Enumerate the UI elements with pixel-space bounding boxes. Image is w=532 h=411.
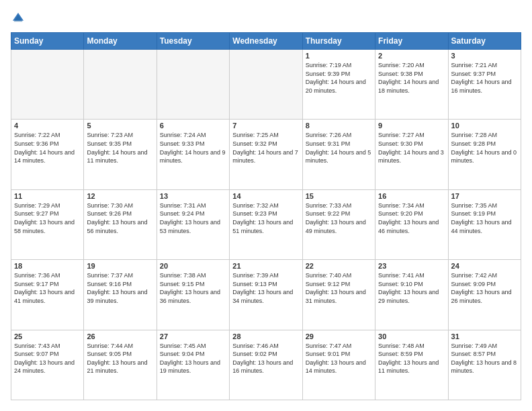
calendar-cell: 27Sunrise: 7:45 AM Sunset: 9:04 PM Dayli… [157,330,229,400]
day-number: 3 [451,52,518,60]
day-number: 31 [451,332,518,340]
calendar-cell: 8Sunrise: 7:26 AM Sunset: 9:31 PM Daylig… [302,120,375,189]
calendar-cell: 30Sunrise: 7:48 AM Sunset: 8:59 PM Dayli… [375,330,448,400]
day-number: 18 [14,262,81,270]
calendar-cell: 9Sunrise: 7:27 AM Sunset: 9:30 PM Daylig… [375,120,448,189]
calendar-cell: 16Sunrise: 7:34 AM Sunset: 9:20 PM Dayli… [375,189,448,259]
calendar-cell: 6Sunrise: 7:24 AM Sunset: 9:33 PM Daylig… [157,120,229,189]
calendar-header-tuesday: Tuesday [157,33,229,50]
day-info: Sunrise: 7:49 AM Sunset: 8:57 PM Dayligh… [451,342,518,375]
day-number: 29 [306,332,372,340]
calendar-cell: 22Sunrise: 7:40 AM Sunset: 9:12 PM Dayli… [302,260,375,330]
day-info: Sunrise: 7:22 AM Sunset: 9:36 PM Dayligh… [14,131,81,165]
day-number: 9 [378,122,445,130]
day-info: Sunrise: 7:29 AM Sunset: 9:27 PM Dayligh… [14,201,81,235]
day-info: Sunrise: 7:33 AM Sunset: 9:22 PM Dayligh… [306,201,372,235]
day-info: Sunrise: 7:25 AM Sunset: 9:32 PM Dayligh… [232,131,299,165]
calendar-header-wednesday: Wednesday [230,33,302,50]
day-number: 15 [306,192,372,200]
calendar-cell: 4Sunrise: 7:22 AM Sunset: 9:36 PM Daylig… [11,120,84,189]
calendar-cell: 19Sunrise: 7:37 AM Sunset: 9:16 PM Dayli… [84,260,157,330]
calendar-cell: 18Sunrise: 7:36 AM Sunset: 9:17 PM Dayli… [11,260,84,330]
day-info: Sunrise: 7:28 AM Sunset: 9:28 PM Dayligh… [451,131,518,165]
day-number: 19 [87,262,153,270]
day-number: 26 [87,332,153,340]
day-number: 7 [232,122,299,130]
day-info: Sunrise: 7:31 AM Sunset: 9:24 PM Dayligh… [160,201,226,235]
day-number: 27 [160,332,226,340]
day-info: Sunrise: 7:26 AM Sunset: 9:31 PM Dayligh… [306,131,372,165]
day-info: Sunrise: 7:21 AM Sunset: 9:37 PM Dayligh… [451,61,518,95]
day-info: Sunrise: 7:46 AM Sunset: 9:02 PM Dayligh… [232,342,299,375]
day-number: 6 [160,122,226,130]
calendar-cell: 3Sunrise: 7:21 AM Sunset: 9:37 PM Daylig… [448,50,521,120]
day-number: 14 [232,192,299,200]
calendar-header-thursday: Thursday [302,33,375,50]
day-info: Sunrise: 7:40 AM Sunset: 9:12 PM Dayligh… [306,271,372,305]
header [11,11,521,26]
calendar-header-sunday: Sunday [11,33,84,50]
day-info: Sunrise: 7:24 AM Sunset: 9:33 PM Dayligh… [160,131,226,165]
logo-icon [11,11,26,26]
calendar-cell [157,50,229,120]
calendar-cell: 25Sunrise: 7:43 AM Sunset: 9:07 PM Dayli… [11,330,84,400]
calendar-cell: 5Sunrise: 7:23 AM Sunset: 9:35 PM Daylig… [84,120,157,189]
calendar-cell: 23Sunrise: 7:41 AM Sunset: 9:10 PM Dayli… [375,260,448,330]
day-number: 16 [378,192,445,200]
calendar-cell: 14Sunrise: 7:32 AM Sunset: 9:23 PM Dayli… [230,189,302,259]
day-number: 28 [232,332,299,340]
day-info: Sunrise: 7:48 AM Sunset: 8:59 PM Dayligh… [378,342,445,375]
day-number: 24 [451,262,518,270]
day-number: 11 [14,192,81,200]
logo [11,11,28,26]
day-number: 10 [451,122,518,130]
day-number: 23 [378,262,445,270]
calendar-cell: 31Sunrise: 7:49 AM Sunset: 8:57 PM Dayli… [448,330,521,400]
day-info: Sunrise: 7:37 AM Sunset: 9:16 PM Dayligh… [87,271,153,305]
day-number: 22 [306,262,372,270]
day-number: 21 [232,262,299,270]
calendar-cell: 28Sunrise: 7:46 AM Sunset: 9:02 PM Dayli… [230,330,302,400]
calendar-week-row: 4Sunrise: 7:22 AM Sunset: 9:36 PM Daylig… [11,120,521,189]
calendar-cell [230,50,302,120]
day-info: Sunrise: 7:35 AM Sunset: 9:19 PM Dayligh… [451,201,518,235]
calendar-header-row: SundayMondayTuesdayWednesdayThursdayFrid… [11,33,521,50]
day-info: Sunrise: 7:19 AM Sunset: 9:39 PM Dayligh… [306,61,372,95]
calendar-cell: 1Sunrise: 7:19 AM Sunset: 9:39 PM Daylig… [302,50,375,120]
calendar-header-saturday: Saturday [448,33,521,50]
day-info: Sunrise: 7:27 AM Sunset: 9:30 PM Dayligh… [378,131,445,165]
calendar-cell: 11Sunrise: 7:29 AM Sunset: 9:27 PM Dayli… [11,189,84,259]
calendar-cell [84,50,157,120]
calendar-cell [11,50,84,120]
day-number: 12 [87,192,153,200]
calendar-week-row: 11Sunrise: 7:29 AM Sunset: 9:27 PM Dayli… [11,189,521,259]
day-info: Sunrise: 7:39 AM Sunset: 9:13 PM Dayligh… [232,271,299,305]
calendar-cell: 26Sunrise: 7:44 AM Sunset: 9:05 PM Dayli… [84,330,157,400]
day-info: Sunrise: 7:47 AM Sunset: 9:01 PM Dayligh… [306,342,372,375]
calendar-table: SundayMondayTuesdayWednesdayThursdayFrid… [11,32,521,400]
calendar-cell: 17Sunrise: 7:35 AM Sunset: 9:19 PM Dayli… [448,189,521,259]
day-info: Sunrise: 7:42 AM Sunset: 9:09 PM Dayligh… [451,271,518,305]
calendar-week-row: 18Sunrise: 7:36 AM Sunset: 9:17 PM Dayli… [11,260,521,330]
calendar-body: 1Sunrise: 7:19 AM Sunset: 9:39 PM Daylig… [11,50,521,400]
day-number: 4 [14,122,81,130]
calendar-cell: 13Sunrise: 7:31 AM Sunset: 9:24 PM Dayli… [157,189,229,259]
day-info: Sunrise: 7:34 AM Sunset: 9:20 PM Dayligh… [378,201,445,235]
day-info: Sunrise: 7:36 AM Sunset: 9:17 PM Dayligh… [14,271,81,305]
calendar-cell: 29Sunrise: 7:47 AM Sunset: 9:01 PM Dayli… [302,330,375,400]
day-number: 5 [87,122,153,130]
day-info: Sunrise: 7:23 AM Sunset: 9:35 PM Dayligh… [87,131,153,165]
page: SundayMondayTuesdayWednesdayThursdayFrid… [0,0,532,411]
day-number: 2 [378,52,445,60]
calendar-cell: 10Sunrise: 7:28 AM Sunset: 9:28 PM Dayli… [448,120,521,189]
day-number: 25 [14,332,81,340]
calendar-cell: 12Sunrise: 7:30 AM Sunset: 9:26 PM Dayli… [84,189,157,259]
day-info: Sunrise: 7:32 AM Sunset: 9:23 PM Dayligh… [232,201,299,235]
calendar-cell: 2Sunrise: 7:20 AM Sunset: 9:38 PM Daylig… [375,50,448,120]
calendar-header-friday: Friday [375,33,448,50]
day-number: 20 [160,262,226,270]
calendar-week-row: 25Sunrise: 7:43 AM Sunset: 9:07 PM Dayli… [11,330,521,400]
calendar-cell: 24Sunrise: 7:42 AM Sunset: 9:09 PM Dayli… [448,260,521,330]
day-info: Sunrise: 7:44 AM Sunset: 9:05 PM Dayligh… [87,342,153,375]
day-number: 13 [160,192,226,200]
